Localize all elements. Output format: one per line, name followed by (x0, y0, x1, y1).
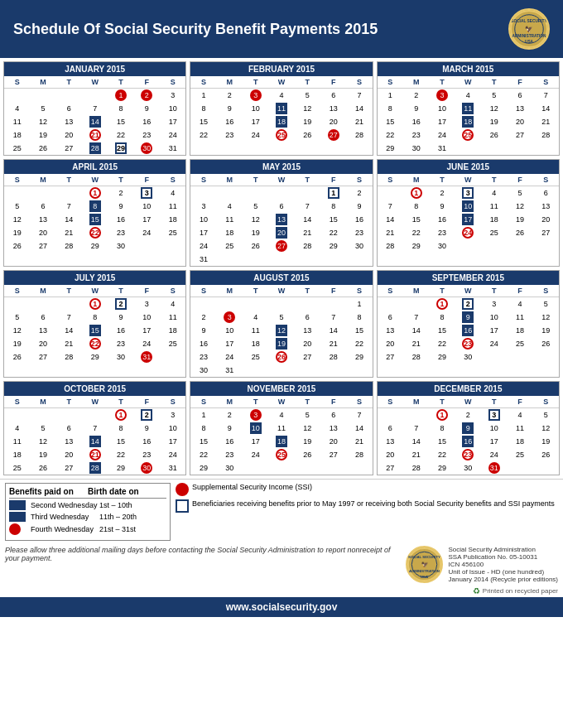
day-cell: 31 (134, 350, 160, 364)
day-header: T (295, 285, 320, 297)
day-inner: 11 (250, 325, 262, 336)
cal-grid: SMTWTFS123456789101112131415161718192021… (190, 285, 372, 377)
day-inner: 8 (89, 311, 101, 323)
day-cell: 27 (56, 142, 82, 155)
day-inner: 3 (167, 409, 179, 421)
day-header: F (507, 76, 532, 89)
day-cell: 13 (295, 324, 320, 337)
day-cell: 24 (429, 128, 455, 142)
day-cell: 26 (533, 448, 559, 461)
cal-title: JANUARY 2015 (4, 62, 185, 76)
fourth-range: 21st – 31st (99, 525, 166, 533)
day-cell: 23 (108, 226, 133, 239)
svg-text:USA: USA (421, 575, 428, 579)
day-cell: 5 (243, 200, 268, 213)
day-header: S (346, 76, 372, 89)
day-header: M (217, 76, 243, 89)
day-cell: 21 (346, 115, 372, 128)
empty-cell (378, 408, 403, 422)
day-inner: 26 (301, 449, 313, 460)
day-inner: 10 (488, 422, 500, 434)
day-cell: 20 (30, 226, 55, 239)
cal-title: MAY 2015 (190, 160, 372, 174)
empty-cell (268, 186, 294, 200)
day-inner: 29 (436, 462, 448, 474)
day-cell: 18 (481, 213, 507, 226)
day-inner: 20 (37, 338, 49, 350)
day-inner: 27 (63, 142, 75, 154)
day-cell: 2 (108, 186, 133, 200)
day-cell: 12 (4, 213, 30, 226)
day-cell: 25 (4, 461, 30, 475)
day-inner: 22 (89, 338, 101, 350)
day-cell: 11 (160, 200, 185, 213)
benefits-paid-label: Benefits paid on (9, 487, 88, 496)
day-cell: 23 (455, 337, 481, 350)
day-inner: 23 (141, 129, 152, 141)
day-cell: 21 (403, 337, 429, 350)
day-cell: 6 (507, 89, 532, 102)
day-inner: 29 (411, 240, 422, 252)
calendar-march-2015: MARCH 2015SMTWTFS12345678910111213141516… (377, 61, 560, 156)
day-inner: 3 (488, 298, 500, 310)
day-inner: 11 (462, 103, 474, 114)
cal-grid: SMTWTFS123456789101112131415161718192021… (378, 174, 559, 253)
ssa-date: January 2014 (Recycle prior editions) (448, 576, 558, 583)
day-inner: 27 (37, 240, 49, 252)
empty-cell (30, 89, 55, 102)
day-cell: 26 (533, 337, 559, 350)
day-inner: 16 (436, 214, 448, 225)
day-inner: 17 (141, 214, 152, 225)
day-inner: 7 (540, 89, 551, 101)
day-cell: 17 (243, 435, 268, 448)
day-inner: 15 (354, 325, 365, 336)
day-cell: 23 (190, 350, 216, 364)
day-inner: 28 (328, 351, 339, 363)
day-inner: 19 (37, 449, 49, 460)
day-cell: 26 (268, 350, 294, 364)
day-cell: 29 (190, 461, 216, 475)
day-cell: 22 (82, 337, 108, 350)
day-inner: 25 (276, 449, 287, 460)
day-inner: 15 (436, 436, 448, 447)
day-inner: 1 (328, 187, 339, 199)
calendar-june-2015: JUNE 2015SMTWTFS123456789101112131415161… (377, 159, 560, 267)
svg-text:SOCIAL SECURITY: SOCIAL SECURITY (511, 19, 547, 23)
ssa-pub: SSA Publication No. 05-10031 (448, 553, 558, 561)
day-cell: 29 (108, 142, 133, 155)
day-inner: 2 (354, 187, 365, 199)
day-header: S (4, 76, 30, 89)
day-inner: 24 (167, 129, 179, 141)
day-header: T (429, 285, 455, 297)
day-inner: 6 (384, 422, 396, 434)
day-cell: 18 (268, 435, 294, 448)
day-inner: 13 (328, 422, 339, 434)
day-cell: 26 (507, 226, 532, 239)
day-inner: 12 (37, 436, 49, 447)
day-inner: 3 (250, 409, 262, 421)
day-cell: 16 (403, 115, 429, 128)
second-wed-color (9, 500, 26, 510)
day-inner: 6 (63, 422, 75, 434)
day-inner: 19 (540, 436, 551, 447)
empty-cell (4, 186, 30, 200)
day-inner: 22 (354, 338, 365, 350)
day-inner: 6 (276, 200, 287, 212)
day-cell: 4 (243, 311, 268, 324)
day-cell: 5 (295, 408, 320, 422)
second-wednesday-label: Second Wednesday (31, 501, 98, 509)
day-inner: 19 (301, 436, 313, 447)
day-inner: 27 (328, 449, 339, 460)
day-inner: 19 (276, 338, 287, 350)
day-inner: 21 (301, 227, 313, 239)
day-cell: 6 (378, 311, 403, 324)
footer-section: Please allow three additional mailing da… (0, 544, 563, 585)
day-inner: 13 (63, 436, 75, 447)
day-cell: 27 (30, 350, 55, 364)
day-cell: 1 (378, 89, 403, 102)
day-header: T (56, 285, 82, 297)
day-inner: 16 (141, 436, 152, 447)
day-cell: 9 (346, 200, 372, 213)
day-cell: 1 (190, 89, 216, 102)
day-cell: 30 (455, 461, 481, 475)
